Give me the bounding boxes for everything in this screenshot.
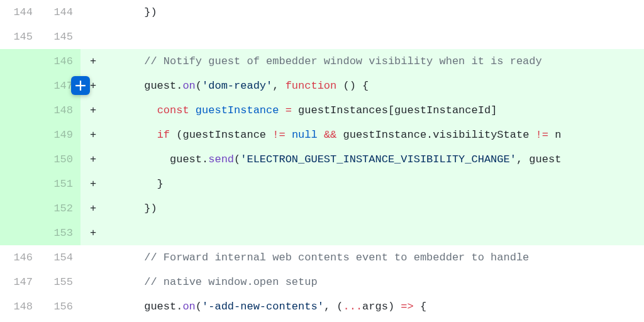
line-number-old[interactable]: 146 (0, 245, 40, 270)
diff-row[interactable]: 145145 (0, 25, 644, 49)
diff-row[interactable]: 146154 // Forward internal web contents … (0, 245, 644, 270)
diff-marker: + (80, 147, 106, 172)
line-number-new[interactable]: 156 (40, 294, 80, 319)
diff-marker (80, 245, 106, 270)
diff-row[interactable]: 144144 }) (0, 0, 644, 25)
diff-row[interactable]: 147+ guest.on('dom-ready', function () { (0, 74, 644, 98)
code-line[interactable]: } (106, 172, 644, 196)
diff-marker (80, 0, 106, 25)
line-number-old[interactable] (0, 123, 40, 147)
diff-view: 144144 })145145146+ // Notify guest of e… (0, 0, 644, 319)
line-number-old[interactable] (0, 196, 40, 221)
line-number-old[interactable]: 147 (0, 270, 40, 294)
diff-row[interactable]: 151+ } (0, 172, 644, 196)
diff-marker (80, 294, 106, 319)
code-line[interactable]: // Notify guest of embedder window visib… (106, 49, 644, 74)
line-number-new[interactable]: 146 (40, 49, 80, 74)
code-line[interactable]: if (guestInstance != null && guestInstan… (106, 123, 644, 147)
diff-row[interactable]: 153+ (0, 221, 644, 245)
diff-row[interactable]: 146+ // Notify guest of embedder window … (0, 49, 644, 74)
diff-marker: + (80, 172, 106, 196)
code-line[interactable]: const guestInstance = guestInstances[gue… (106, 98, 644, 123)
code-line[interactable] (106, 221, 644, 245)
line-number-old[interactable] (0, 98, 40, 123)
line-number-new[interactable]: 155 (40, 270, 80, 294)
line-number-new[interactable]: 153 (40, 221, 80, 245)
code-line[interactable]: // native window.open setup (106, 270, 644, 294)
diff-marker: + (80, 49, 106, 74)
diff-row[interactable]: 148+ const guestInstance = guestInstance… (0, 98, 644, 123)
line-number-old[interactable]: 145 (0, 25, 40, 49)
diff-row[interactable]: 152+ }) (0, 196, 644, 221)
add-comment-button[interactable] (71, 76, 90, 95)
code-line[interactable]: guest.send('ELECTRON_GUEST_INSTANCE_VISI… (106, 147, 644, 172)
diff-row[interactable]: 149+ if (guestInstance != null && guestI… (0, 123, 644, 147)
diff-marker: + (80, 196, 106, 221)
diff-row[interactable]: 150+ guest.send('ELECTRON_GUEST_INSTANCE… (0, 147, 644, 172)
line-number-new[interactable]: 148 (40, 98, 80, 123)
code-line[interactable]: }) (106, 196, 644, 221)
code-line[interactable] (106, 25, 644, 49)
diff-marker: + (80, 74, 106, 98)
line-number-new[interactable]: 154 (40, 245, 80, 270)
code-line[interactable]: // Forward internal web contents event t… (106, 245, 644, 270)
diff-row[interactable]: 148156 guest.on('-add-new-contents', (..… (0, 294, 644, 319)
diff-marker: + (80, 221, 106, 245)
line-number-new[interactable]: 152 (40, 196, 80, 221)
plus-icon (75, 80, 86, 91)
line-number-old[interactable]: 144 (0, 0, 40, 25)
diff-marker (80, 25, 106, 49)
line-number-old[interactable] (0, 221, 40, 245)
line-number-new[interactable]: 149 (40, 123, 80, 147)
diff-marker: + (80, 98, 106, 123)
line-number-old[interactable] (0, 172, 40, 196)
line-number-old[interactable] (0, 147, 40, 172)
line-number-new[interactable]: 144 (40, 0, 80, 25)
line-number-old[interactable] (0, 49, 40, 74)
line-number-new[interactable]: 151 (40, 172, 80, 196)
diff-marker: + (80, 123, 106, 147)
diff-row[interactable]: 147155 // native window.open setup (0, 270, 644, 294)
line-number-old[interactable]: 148 (0, 294, 40, 319)
line-number-new[interactable]: 145 (40, 25, 80, 49)
code-line[interactable]: guest.on('-add-new-contents', (...args) … (106, 294, 644, 319)
code-line[interactable]: guest.on('dom-ready', function () { (106, 74, 644, 98)
code-line[interactable]: }) (106, 0, 644, 25)
diff-marker (80, 270, 106, 294)
line-number-new[interactable]: 150 (40, 147, 80, 172)
line-number-old[interactable] (0, 74, 40, 98)
